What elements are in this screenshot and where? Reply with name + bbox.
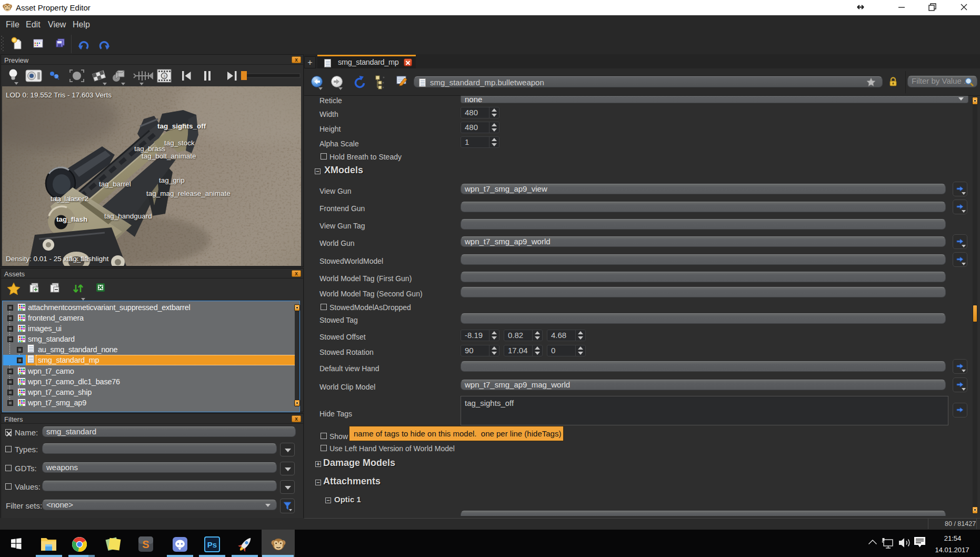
svg-text:Ps: Ps	[207, 540, 217, 549]
svg-text:3: 3	[163, 74, 166, 78]
svg-text:S: S	[142, 539, 149, 550]
